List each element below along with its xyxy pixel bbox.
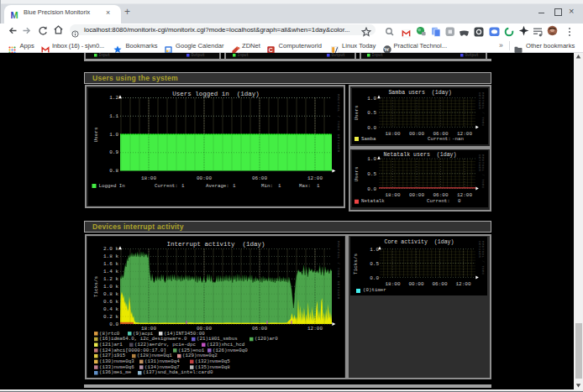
- svg-text:W: W: [384, 46, 390, 52]
